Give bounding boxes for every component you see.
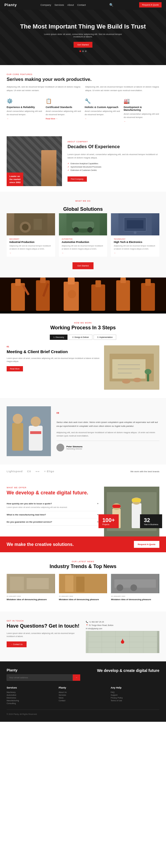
process-tab-3[interactable]: 3. Implementation	[94, 335, 116, 340]
about-text: Lorem ipsum dolor sit amet, consectetur …	[67, 153, 159, 160]
news-card-title-3: Mistaken idea of denouncing pleasure	[111, 598, 159, 601]
search-icon[interactable]: 🔍	[109, 3, 113, 7]
contact-right: 📞 +1 992 087 25 25 📍 51 Tonge Moor Road,…	[86, 620, 159, 653]
svg-rect-29	[0, 311, 166, 313]
footer-link-news[interactable]: News	[59, 697, 107, 699]
faq-item-1[interactable]: How quickly are you able to issue a quot…	[7, 500, 99, 512]
news-card-1: 22 JANUARY 2024 Mistaken idea of denounc…	[7, 574, 55, 603]
footer-link-privacy[interactable]: Privacy Policy	[111, 697, 159, 699]
stats-box-projects: 100+ Projects	[99, 514, 119, 528]
footer-logo: Planty	[7, 668, 80, 672]
robot-arm-group-2	[36, 278, 50, 311]
logo: Planty	[4, 3, 17, 7]
contact-map	[86, 631, 159, 653]
footer-link-consulting[interactable]: Consulting	[7, 702, 55, 704]
hero-cta-button[interactable]: Get Started	[74, 42, 93, 48]
solution-link-1[interactable]: →	[9, 252, 52, 254]
stats-num-projects: 100+	[102, 517, 115, 523]
footer-link-manufacturing[interactable]: Manufacturing	[7, 700, 55, 702]
service-text-4: Amet consectetur adipiscing elit sed do …	[124, 113, 159, 120]
solutions-cta-button[interactable]: Get Started	[72, 262, 94, 269]
testimonial-image	[7, 406, 51, 456]
process-read-more-button[interactable]: Read More	[7, 366, 23, 371]
contact-phone: 📞 +1 992 087 25 25	[86, 621, 159, 623]
hero-dot-2[interactable]	[82, 51, 84, 52]
svg-rect-50	[112, 505, 121, 508]
service-link-1[interactable]: →	[7, 118, 42, 120]
map-svg	[86, 631, 159, 653]
service-link-3[interactable]: →	[85, 118, 120, 120]
svg-point-8	[87, 227, 93, 232]
footer-link-faq[interactable]: FAQ	[111, 691, 159, 693]
newsletter-submit-button[interactable]: →	[73, 674, 80, 681]
brand-logo-2: CX	[27, 470, 31, 473]
contact-label: GET IN TOUCH	[7, 620, 80, 622]
nav-about[interactable]: About	[67, 4, 74, 6]
header-cta-button[interactable]: Request A Quote	[139, 2, 162, 7]
brand-logo-4: ≡ Eligo	[44, 470, 54, 473]
footer-link-services[interactable]: Services	[59, 694, 107, 696]
services-desc1: Adipiscing elit, sed do eiusmod tempor i…	[7, 85, 81, 93]
news-img-2-svg	[59, 574, 107, 593]
process-tab-1[interactable]: 1. Discovery	[50, 335, 68, 340]
footer-link-about[interactable]: About Us	[59, 691, 107, 693]
solution-title-1: Industrial Production	[9, 241, 52, 243]
footer-link-terms[interactable]: Terms of Use	[111, 700, 159, 702]
footer-link-electronics[interactable]: Electronics	[7, 697, 55, 699]
about-title: Decades Of Experience	[67, 144, 159, 150]
svg-point-44	[31, 416, 41, 427]
header: Planty Company Services About Contact 🔍 …	[0, 0, 166, 10]
about-content: ABOUT COMPANY Decades Of Experience Lore…	[67, 141, 159, 182]
footer-link-support[interactable]: Support	[111, 694, 159, 696]
service-link-2[interactable]: Read More →	[46, 118, 81, 120]
svg-rect-59	[76, 577, 85, 592]
testimonial-content: " Sarlus vitae duis aute irure dolor. Ne…	[57, 411, 159, 452]
newsletter-input-group: →	[7, 674, 80, 681]
newsletter-input[interactable]	[7, 674, 73, 681]
contact-cta-button[interactable]: → Contact Us	[7, 642, 27, 647]
process-tab-2[interactable]: 2. Design & Deliver	[69, 335, 92, 340]
brand-logo-1: Lightspeed	[7, 470, 23, 473]
footer-link-machinery[interactable]: Machinery	[7, 691, 55, 693]
main-nav: Company Services About Contact	[40, 4, 86, 6]
hero-dot-1[interactable]	[79, 51, 81, 52]
svg-rect-45	[30, 431, 41, 434]
svg-rect-14	[11, 283, 25, 311]
footer-col-title-services: Services	[7, 686, 55, 689]
hero-description: Lorem ipsum dolor sit amet, consectetur …	[41, 33, 125, 38]
faq-item-3[interactable]: Do you guarantee on the provided service…	[7, 519, 99, 526]
footer-link-automotive[interactable]: Automotive	[7, 694, 55, 696]
service-link-4[interactable]: →	[124, 121, 159, 122]
footer-link-contact[interactable]: Contact	[59, 700, 107, 702]
red-banner-button[interactable]: Request A Quote	[134, 541, 159, 548]
services-title: Serives making your work productive.	[7, 76, 159, 83]
nav-services[interactable]: Services	[55, 4, 64, 6]
news-img-1-svg	[7, 574, 55, 593]
hero-dot-3[interactable]	[85, 51, 87, 52]
nav-contact[interactable]: Contact	[77, 4, 86, 6]
news-date-2: 22 JANUARY 2024	[59, 595, 107, 597]
solution-link-3[interactable]: →	[114, 252, 157, 254]
faq-item-2[interactable]: What is the manufacturing lead time? +	[7, 511, 99, 519]
svg-point-7	[73, 227, 79, 232]
manufacturing-icon: 🏭	[124, 98, 159, 104]
about-cta-button[interactable]: Find Company	[67, 177, 87, 182]
svg-rect-15	[15, 279, 21, 286]
svg-rect-26	[120, 278, 126, 283]
digital-section: WHAT WE OFFER We develop & create digita…	[0, 478, 166, 536]
contact-section: GET IN TOUCH Have Questions? Get in touc…	[0, 612, 166, 661]
solution-img-2	[59, 213, 107, 236]
footer-col-title-planty: Planty	[59, 686, 107, 689]
nav-company[interactable]: Company	[40, 4, 51, 6]
news-card-3: 22 JANUARY 2024 Mistaken idea of denounc…	[111, 574, 159, 603]
robot-arm-group-6	[141, 279, 155, 311]
footer-col-title-help: Any Help	[111, 686, 159, 689]
solution-body-1: MACHINERY Industrial Production Adipisci…	[7, 236, 55, 257]
footer-col-services: Services Machinery Automotive Electronic…	[7, 686, 55, 705]
testimonial-quote: Sarlus vitae duis aute irure dolor. Nemo…	[57, 421, 159, 428]
robot-arm-group-3	[64, 278, 79, 311]
solution-title-3: High Tech & Electronics	[114, 241, 157, 243]
solution-link-2[interactable]: →	[62, 252, 105, 254]
services-desc2: Adipiscing elit, sed do eiusmod tempor i…	[85, 85, 159, 93]
service-item-3: 🔧 Holistic & Custom Approach Amet consec…	[85, 98, 120, 123]
